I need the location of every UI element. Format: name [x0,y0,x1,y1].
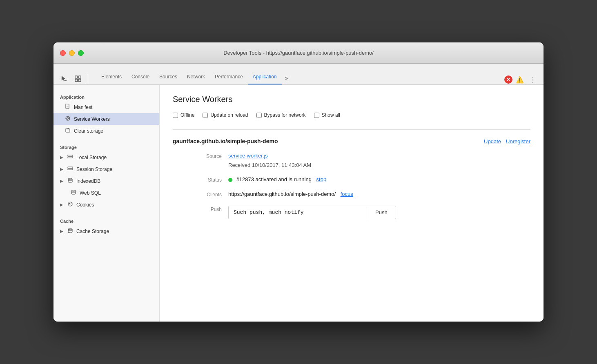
traffic-lights [60,50,84,56]
svg-rect-23 [68,169,73,170]
sidebar-item-manifest[interactable]: Manifest [53,101,159,113]
session-storage-label: Session Storage [76,166,112,172]
focus-link[interactable]: focus [341,191,353,197]
service-workers-icon [65,115,71,122]
sidebar-item-service-workers[interactable]: Service Workers [53,113,159,125]
web-sql-label: Web SQL [80,190,101,196]
error-badge[interactable]: ✕ [504,75,512,84]
clients-url: https://gauntface.github.io/simple-push-… [228,191,336,197]
source-label: Source [189,153,222,168]
panel-title: Service Workers [173,95,530,104]
update-link[interactable]: Update [484,138,501,144]
sw-domain-row: gauntface.github.io/simple-push-demo Upd… [173,138,530,144]
cache-storage-label: Cache Storage [76,229,109,234]
svg-point-29 [69,203,70,204]
show-all-checkbox-label[interactable]: Show all [314,112,340,118]
local-storage-arrow: ▶ [60,155,63,160]
tab-bar-left-icons [58,73,90,84]
indexeddb-arrow: ▶ [60,179,63,183]
session-storage-icon [67,166,73,173]
svg-rect-0 [65,80,67,81]
source-col: service-worker.js Received 10/10/2017, 1… [228,153,530,168]
service-worker-entry: gauntface.github.io/simple-push-demo Upd… [173,129,530,219]
received-text: Received 10/10/2017, 11:43:04 AM [228,162,530,168]
minimize-button[interactable] [69,50,75,56]
local-storage-label: Local Storage [76,155,107,160]
sidebar-item-web-sql[interactable]: Web SQL [53,187,159,199]
cache-storage-icon [67,228,73,235]
push-input[interactable] [228,206,367,219]
stop-link[interactable]: stop [316,176,327,182]
cookies-label: Cookies [76,202,94,208]
checkboxes-row: Offline Update on reload Bypass for netw… [173,112,530,118]
tab-bar-right-icons: ✕ ⚠️ ⋮ [504,75,539,84]
svg-point-10 [67,118,69,119]
show-all-label: Show all [322,112,340,118]
web-sql-icon [71,189,76,196]
cursor-icon[interactable] [58,73,70,84]
svg-rect-3 [75,79,78,82]
clear-storage-label: Clear storage [74,128,103,134]
tab-application[interactable]: Application [248,70,282,84]
offline-checkbox[interactable] [173,113,178,118]
cache-storage-arrow: ▶ [60,229,63,233]
tab-bar: Elements Console Sources Network Perform… [53,64,544,85]
more-options-button[interactable]: ⋮ [527,75,539,84]
inspect-icon[interactable] [72,73,84,84]
service-workers-label: Service Workers [74,116,110,122]
sidebar-item-local-storage[interactable]: ▶ Local Storage [53,151,159,163]
show-all-checkbox[interactable] [314,113,319,118]
update-on-reload-checkbox[interactable] [203,113,208,118]
unregister-link[interactable]: Unregister [506,138,530,144]
svg-point-26 [71,190,76,191]
sidebar: Application Manifest [53,85,160,322]
offline-label: Offline [180,112,194,118]
svg-rect-6 [67,105,69,105]
sidebar-item-cache-storage[interactable]: ▶ Cache Storage [53,225,159,237]
svg-rect-20 [68,155,73,156]
cache-section: Cache ▶ Cache Storage [53,215,159,237]
sw-actions: Update Unregister [484,138,530,144]
session-storage-arrow: ▶ [60,167,63,171]
sidebar-item-session-storage[interactable]: ▶ Session Storage [53,163,159,175]
svg-rect-15 [66,129,70,132]
update-on-reload-checkbox-label[interactable]: Update on reload [203,112,248,118]
sidebar-item-cookies[interactable]: ▶ Cookies [53,199,159,211]
svg-rect-8 [67,107,68,107]
svg-point-24 [68,178,72,180]
tab-sources[interactable]: Sources [154,70,182,84]
svg-rect-4 [78,79,81,82]
warning-badge[interactable]: ⚠️ [516,75,524,84]
bypass-for-network-checkbox-label[interactable]: Bypass for network [256,112,306,118]
local-storage-icon [67,154,73,161]
maximize-button[interactable] [78,50,84,56]
tab-elements[interactable]: Elements [96,70,127,84]
cookies-icon [67,201,73,208]
push-button[interactable]: Push [367,206,396,219]
tab-network[interactable]: Network [182,70,210,84]
offline-checkbox-label[interactable]: Offline [173,112,194,118]
tab-console[interactable]: Console [127,70,154,84]
tab-performance[interactable]: Performance [210,70,248,84]
close-button[interactable] [60,50,66,56]
svg-point-31 [70,204,71,205]
svg-rect-7 [67,106,69,107]
source-link-container: service-worker.js [228,153,530,159]
storage-section: Storage ▶ Local Storage ▶ [53,142,159,211]
sidebar-item-indexeddb[interactable]: ▶ IndexedDB [53,175,159,187]
source-link[interactable]: service-worker.js [228,153,268,159]
bypass-for-network-label: Bypass for network [264,112,306,118]
status-text: #12873 activated and is running [236,176,312,182]
manifest-label: Manifest [74,104,92,110]
tab-overflow-button[interactable]: » [282,71,292,84]
status-label: Status [189,176,222,183]
manifest-icon [65,104,71,111]
devtools-window: Developer Tools - https://gauntface.gith… [53,42,544,322]
bypass-for-network-checkbox[interactable] [256,113,262,118]
sw-domain: gauntface.github.io/simple-push-demo [173,138,278,144]
svg-point-32 [68,229,72,230]
main-content: Application Manifest [53,85,544,322]
sidebar-item-clear-storage[interactable]: Clear storage [53,125,159,137]
window-title: Developer Tools - https://gauntface.gith… [223,50,374,56]
push-label: Push [189,206,222,219]
